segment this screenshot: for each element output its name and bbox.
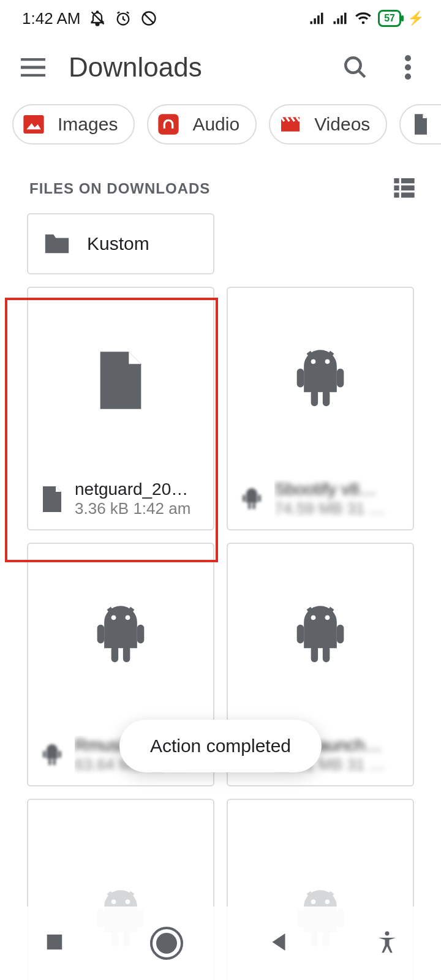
app-bar: Downloads xyxy=(0,37,441,98)
svg-point-48 xyxy=(111,900,116,905)
nav-back-button[interactable] xyxy=(266,929,292,957)
document-icon xyxy=(407,110,435,138)
svg-rect-34 xyxy=(297,624,304,643)
file-grid: Kustom netguard_20… 3.36 kB 1:42 am Sboo… xyxy=(0,213,441,980)
file-item-netguard[interactable]: netguard_20… 3.36 kB 1:42 am xyxy=(27,287,214,530)
svg-rect-32 xyxy=(48,759,51,766)
svg-rect-9 xyxy=(401,178,415,183)
wifi-icon xyxy=(355,10,372,27)
image-icon xyxy=(20,110,48,138)
status-time: 1:42 AM xyxy=(22,9,80,28)
svg-rect-16 xyxy=(311,390,318,406)
menu-button[interactable] xyxy=(16,50,50,85)
file-meta: 3.36 kB 1:42 am xyxy=(75,499,190,518)
svg-rect-21 xyxy=(258,494,262,502)
file-icon xyxy=(39,486,65,512)
svg-rect-35 xyxy=(337,624,344,643)
file-name: netguard_20… xyxy=(75,480,190,499)
svg-point-57 xyxy=(385,932,389,936)
nav-recents-button[interactable] xyxy=(42,929,67,957)
more-options-button[interactable] xyxy=(391,50,425,85)
svg-point-3 xyxy=(405,55,411,61)
folder-item[interactable]: Kustom xyxy=(27,213,214,274)
svg-rect-14 xyxy=(297,368,304,387)
filter-chip-documents[interactable]: D xyxy=(399,104,441,145)
filter-chip-images[interactable]: Images xyxy=(12,104,135,145)
page-title: Downloads xyxy=(69,52,320,83)
filter-chip-audio[interactable]: Audio xyxy=(147,104,257,145)
svg-rect-37 xyxy=(323,646,330,662)
svg-point-2 xyxy=(345,58,361,73)
svg-rect-25 xyxy=(137,624,145,643)
svg-point-18 xyxy=(311,359,316,364)
svg-rect-56 xyxy=(47,935,62,950)
mute-notifications-icon xyxy=(89,10,106,27)
svg-point-54 xyxy=(311,900,316,905)
toast-text: Action completed xyxy=(150,736,291,756)
svg-rect-11 xyxy=(401,186,415,190)
svg-rect-10 xyxy=(394,186,399,190)
svg-point-39 xyxy=(325,615,330,620)
chip-label: Videos xyxy=(314,114,370,135)
svg-point-55 xyxy=(325,900,330,905)
search-button[interactable] xyxy=(338,50,372,85)
svg-point-29 xyxy=(126,615,130,620)
svg-rect-31 xyxy=(59,750,62,758)
android-icon xyxy=(39,742,65,768)
svg-point-19 xyxy=(325,359,330,364)
svg-rect-7 xyxy=(159,114,179,134)
svg-point-5 xyxy=(405,74,411,80)
filter-chip-videos[interactable]: Videos xyxy=(269,104,387,145)
svg-rect-36 xyxy=(311,646,318,662)
chip-label: Images xyxy=(58,114,118,135)
toast-notification: Action completed xyxy=(119,720,322,772)
charging-icon: ⚡ xyxy=(407,10,424,26)
svg-point-4 xyxy=(405,64,411,70)
nav-home-button[interactable] xyxy=(150,927,183,960)
battery-indicator: 57 xyxy=(378,10,401,27)
svg-rect-30 xyxy=(43,750,46,758)
file-meta: 74.59 MB 31 M… xyxy=(274,499,391,518)
android-icon xyxy=(292,603,349,670)
signal-icon xyxy=(308,10,325,27)
svg-rect-12 xyxy=(394,192,399,197)
android-icon xyxy=(92,603,149,670)
filter-chips: Images Audio Videos D xyxy=(0,98,441,157)
svg-rect-33 xyxy=(53,759,56,766)
svg-point-38 xyxy=(311,615,316,620)
file-item[interactable]: Sbootify v8… 74.59 MB 31 M… xyxy=(227,287,414,530)
svg-rect-24 xyxy=(97,624,105,643)
dnd-icon xyxy=(140,10,157,27)
clapper-icon xyxy=(276,110,304,138)
navigation-bar xyxy=(0,907,441,980)
svg-rect-20 xyxy=(243,494,246,502)
svg-rect-13 xyxy=(401,192,415,197)
folder-icon xyxy=(43,232,71,256)
android-icon xyxy=(239,486,265,512)
svg-rect-17 xyxy=(323,390,330,406)
nav-accessibility-button[interactable] xyxy=(374,929,400,957)
svg-point-28 xyxy=(111,615,116,620)
svg-rect-26 xyxy=(111,646,119,662)
alarm-icon xyxy=(115,10,132,27)
signal-icon-2 xyxy=(331,10,349,27)
section-title: FILES ON DOWNLOADS xyxy=(29,180,210,197)
status-bar: 1:42 AM 57 ⚡ xyxy=(0,0,441,37)
svg-rect-15 xyxy=(337,368,344,387)
folder-name: Kustom xyxy=(87,233,149,254)
svg-point-49 xyxy=(126,900,130,905)
svg-rect-8 xyxy=(394,178,399,183)
svg-rect-22 xyxy=(248,503,251,510)
file-name: Sbootify v8… xyxy=(274,480,391,499)
headphones-icon xyxy=(154,110,183,138)
svg-rect-6 xyxy=(23,115,43,134)
chip-label: Audio xyxy=(192,114,239,135)
android-icon xyxy=(292,347,349,414)
svg-rect-23 xyxy=(253,503,256,510)
file-icon xyxy=(96,351,145,410)
svg-rect-27 xyxy=(123,646,130,662)
view-toggle-button[interactable] xyxy=(392,175,417,202)
